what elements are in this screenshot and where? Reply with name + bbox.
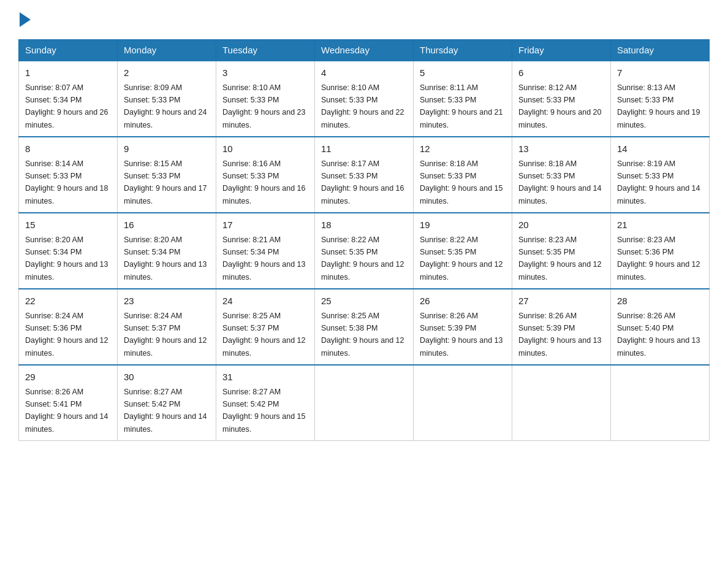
- calendar-cell: 22Sunrise: 8:24 AMSunset: 5:36 PMDayligh…: [19, 289, 118, 365]
- day-number: 12: [420, 142, 506, 156]
- day-number: 21: [617, 218, 703, 232]
- calendar-table: SundayMondayTuesdayWednesdayThursdayFrid…: [18, 39, 710, 441]
- day-number: 9: [124, 142, 210, 156]
- calendar-week-row: 1Sunrise: 8:07 AMSunset: 5:34 PMDaylight…: [19, 61, 710, 137]
- day-number: 24: [222, 294, 308, 308]
- day-info: Sunrise: 8:17 AMSunset: 5:33 PMDaylight:…: [321, 159, 404, 205]
- day-info: Sunrise: 8:26 AMSunset: 5:40 PMDaylight:…: [617, 312, 700, 358]
- day-number: 14: [617, 142, 703, 156]
- day-info: Sunrise: 8:11 AMSunset: 5:33 PMDaylight:…: [420, 83, 503, 129]
- day-info: Sunrise: 8:26 AMSunset: 5:39 PMDaylight:…: [420, 312, 503, 358]
- calendar-cell: 25Sunrise: 8:25 AMSunset: 5:38 PMDayligh…: [315, 289, 414, 365]
- calendar-cell: 1Sunrise: 8:07 AMSunset: 5:34 PMDaylight…: [19, 61, 118, 137]
- day-info: Sunrise: 8:07 AMSunset: 5:34 PMDaylight:…: [25, 83, 108, 129]
- day-info: Sunrise: 8:21 AMSunset: 5:34 PMDaylight:…: [222, 236, 306, 282]
- day-number: 8: [25, 142, 111, 156]
- calendar-week-row: 15Sunrise: 8:20 AMSunset: 5:34 PMDayligh…: [19, 213, 710, 289]
- day-info: Sunrise: 8:14 AMSunset: 5:33 PMDaylight:…: [25, 159, 108, 205]
- header-day-thursday: Thursday: [414, 40, 512, 61]
- day-number: 16: [124, 218, 210, 232]
- day-info: Sunrise: 8:26 AMSunset: 5:41 PMDaylight:…: [25, 388, 108, 434]
- calendar-cell: 31Sunrise: 8:27 AMSunset: 5:42 PMDayligh…: [216, 365, 315, 441]
- day-info: Sunrise: 8:15 AMSunset: 5:33 PMDaylight:…: [124, 159, 207, 205]
- header-day-friday: Friday: [512, 40, 611, 61]
- day-number: 1: [25, 66, 111, 80]
- calendar-cell: 28Sunrise: 8:26 AMSunset: 5:40 PMDayligh…: [611, 289, 710, 365]
- day-info: Sunrise: 8:27 AMSunset: 5:42 PMDaylight:…: [124, 388, 207, 434]
- calendar-cell: 15Sunrise: 8:20 AMSunset: 5:34 PMDayligh…: [19, 213, 118, 289]
- day-info: Sunrise: 8:25 AMSunset: 5:37 PMDaylight:…: [222, 312, 306, 358]
- day-number: 5: [420, 66, 506, 80]
- day-number: 13: [518, 142, 604, 156]
- day-number: 31: [222, 370, 308, 385]
- calendar-cell: 6Sunrise: 8:12 AMSunset: 5:33 PMDaylight…: [512, 61, 611, 137]
- calendar-cell: [315, 365, 414, 441]
- header-day-monday: Monday: [118, 40, 216, 61]
- calendar-week-row: 8Sunrise: 8:14 AMSunset: 5:33 PMDaylight…: [19, 137, 710, 213]
- day-number: 7: [617, 66, 703, 80]
- calendar-cell: 14Sunrise: 8:19 AMSunset: 5:33 PMDayligh…: [611, 137, 710, 213]
- day-info: Sunrise: 8:23 AMSunset: 5:35 PMDaylight:…: [518, 236, 602, 282]
- day-info: Sunrise: 8:20 AMSunset: 5:34 PMDaylight:…: [124, 236, 207, 282]
- day-number: 30: [124, 370, 210, 385]
- day-number: 29: [25, 370, 111, 385]
- calendar-cell: 9Sunrise: 8:15 AMSunset: 5:33 PMDaylight…: [118, 137, 216, 213]
- calendar-cell: 2Sunrise: 8:09 AMSunset: 5:33 PMDaylight…: [118, 61, 216, 137]
- calendar-cell: 4Sunrise: 8:10 AMSunset: 5:33 PMDaylight…: [315, 61, 414, 137]
- day-number: 11: [321, 142, 407, 156]
- day-number: 22: [25, 294, 111, 308]
- calendar-cell: 26Sunrise: 8:26 AMSunset: 5:39 PMDayligh…: [414, 289, 512, 365]
- calendar-body: 1Sunrise: 8:07 AMSunset: 5:34 PMDaylight…: [19, 61, 710, 441]
- calendar-cell: 30Sunrise: 8:27 AMSunset: 5:42 PMDayligh…: [118, 365, 216, 441]
- header-day-saturday: Saturday: [611, 40, 710, 61]
- day-info: Sunrise: 8:23 AMSunset: 5:36 PMDaylight:…: [617, 236, 700, 282]
- logo: [18, 12, 32, 27]
- calendar-cell: 10Sunrise: 8:16 AMSunset: 5:33 PMDayligh…: [216, 137, 315, 213]
- day-info: Sunrise: 8:09 AMSunset: 5:33 PMDaylight:…: [124, 83, 207, 129]
- calendar-header-row: SundayMondayTuesdayWednesdayThursdayFrid…: [19, 40, 710, 61]
- calendar-cell: 27Sunrise: 8:26 AMSunset: 5:39 PMDayligh…: [512, 289, 611, 365]
- day-number: 27: [518, 294, 604, 308]
- page-header: [18, 12, 710, 27]
- day-number: 20: [518, 218, 604, 232]
- calendar-cell: [512, 365, 611, 441]
- day-number: 15: [25, 218, 111, 232]
- calendar-cell: 20Sunrise: 8:23 AMSunset: 5:35 PMDayligh…: [512, 213, 611, 289]
- day-info: Sunrise: 8:18 AMSunset: 5:33 PMDaylight:…: [420, 159, 503, 205]
- calendar-cell: 21Sunrise: 8:23 AMSunset: 5:36 PMDayligh…: [611, 213, 710, 289]
- day-number: 4: [321, 66, 407, 80]
- day-info: Sunrise: 8:22 AMSunset: 5:35 PMDaylight:…: [420, 236, 503, 282]
- day-number: 26: [420, 294, 506, 308]
- day-number: 17: [222, 218, 308, 232]
- header-day-tuesday: Tuesday: [216, 40, 315, 61]
- day-number: 19: [420, 218, 506, 232]
- calendar-cell: 5Sunrise: 8:11 AMSunset: 5:33 PMDaylight…: [414, 61, 512, 137]
- calendar-cell: 24Sunrise: 8:25 AMSunset: 5:37 PMDayligh…: [216, 289, 315, 365]
- calendar-week-row: 22Sunrise: 8:24 AMSunset: 5:36 PMDayligh…: [19, 289, 710, 365]
- calendar-cell: 11Sunrise: 8:17 AMSunset: 5:33 PMDayligh…: [315, 137, 414, 213]
- day-info: Sunrise: 8:26 AMSunset: 5:39 PMDaylight:…: [518, 312, 602, 358]
- day-number: 18: [321, 218, 407, 232]
- day-info: Sunrise: 8:10 AMSunset: 5:33 PMDaylight:…: [321, 83, 404, 129]
- day-number: 3: [222, 66, 308, 80]
- day-info: Sunrise: 8:22 AMSunset: 5:35 PMDaylight:…: [321, 236, 404, 282]
- day-info: Sunrise: 8:16 AMSunset: 5:33 PMDaylight:…: [222, 159, 306, 205]
- day-info: Sunrise: 8:24 AMSunset: 5:36 PMDaylight:…: [25, 312, 108, 358]
- header-day-sunday: Sunday: [19, 40, 118, 61]
- calendar-cell: [611, 365, 710, 441]
- calendar-cell: [414, 365, 512, 441]
- day-info: Sunrise: 8:12 AMSunset: 5:33 PMDaylight:…: [518, 83, 602, 129]
- day-info: Sunrise: 8:27 AMSunset: 5:42 PMDaylight:…: [222, 388, 306, 434]
- day-number: 25: [321, 294, 407, 308]
- calendar-cell: 19Sunrise: 8:22 AMSunset: 5:35 PMDayligh…: [414, 213, 512, 289]
- day-number: 23: [124, 294, 210, 308]
- day-info: Sunrise: 8:10 AMSunset: 5:33 PMDaylight:…: [222, 83, 306, 129]
- calendar-cell: 23Sunrise: 8:24 AMSunset: 5:37 PMDayligh…: [118, 289, 216, 365]
- header-day-wednesday: Wednesday: [315, 40, 414, 61]
- calendar-cell: 8Sunrise: 8:14 AMSunset: 5:33 PMDaylight…: [19, 137, 118, 213]
- day-info: Sunrise: 8:25 AMSunset: 5:38 PMDaylight:…: [321, 312, 404, 358]
- day-info: Sunrise: 8:19 AMSunset: 5:33 PMDaylight:…: [617, 159, 700, 205]
- day-info: Sunrise: 8:13 AMSunset: 5:33 PMDaylight:…: [617, 83, 700, 129]
- day-info: Sunrise: 8:20 AMSunset: 5:34 PMDaylight:…: [25, 236, 108, 282]
- calendar-cell: 16Sunrise: 8:20 AMSunset: 5:34 PMDayligh…: [118, 213, 216, 289]
